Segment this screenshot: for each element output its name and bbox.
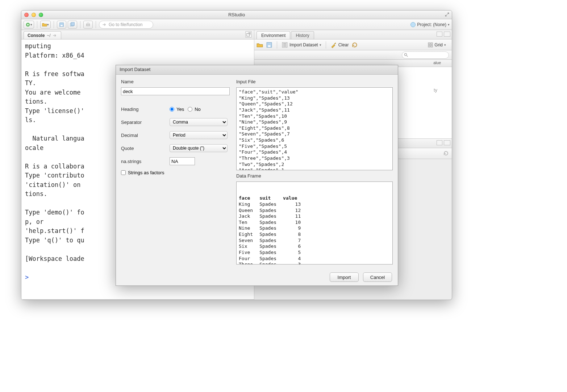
heading-label: Heading: [121, 107, 164, 112]
import-dataset-dialog: Import Dataset Name Heading Yes No Separ…: [116, 65, 398, 286]
open-file-button[interactable]: ▾: [40, 21, 51, 29]
pane-minimize-icon-2[interactable]: [437, 140, 442, 145]
goto-dir-icon[interactable]: [52, 33, 57, 38]
svg-rect-6: [87, 23, 89, 24]
svg-rect-12: [431, 43, 433, 45]
search-icon: [404, 53, 408, 57]
heading-yes-radio[interactable]: [170, 107, 174, 112]
import-button[interactable]: Import: [330, 272, 359, 282]
console-tab[interactable]: Console ~/: [24, 31, 61, 39]
refresh-icon[interactable]: [351, 42, 358, 48]
name-label: Name: [121, 79, 230, 84]
svg-rect-14: [431, 45, 433, 47]
save-workspace-icon[interactable]: [266, 42, 272, 48]
history-tab[interactable]: History: [291, 31, 314, 39]
decimal-select[interactable]: Period: [170, 131, 228, 139]
project-menu[interactable]: Project: (None): [417, 22, 446, 27]
pane-maximize-icon-2[interactable]: [444, 140, 450, 145]
data-frame-label: Data Frame: [236, 173, 393, 179]
name-input[interactable]: [121, 87, 230, 95]
goto-arrow-icon: [102, 22, 107, 27]
nastrings-label: na.strings: [121, 159, 164, 164]
cancel-button[interactable]: Cancel: [363, 272, 392, 282]
input-file-preview[interactable]: "face","suit","value" "King","Spades",13…: [236, 87, 393, 170]
svg-rect-9: [268, 45, 271, 47]
svg-rect-13: [428, 45, 430, 47]
project-icon: [410, 22, 416, 27]
import-icon: [282, 42, 288, 48]
grid-view-button[interactable]: Grid▾: [428, 42, 446, 47]
svg-rect-2: [61, 25, 62, 26]
data-frame-preview[interactable]: facesuitvalueKingSpades13QueenSpades12Ja…: [236, 182, 393, 264]
separator-label: Separator: [121, 120, 164, 125]
chevron-down-icon: ▾: [448, 23, 450, 26]
input-file-label: Input File: [236, 79, 393, 84]
console-working-dir: ~/: [47, 33, 50, 38]
pane-minimize-icon[interactable]: [437, 32, 442, 37]
main-toolbar: ▾ ▾ Go to file/function Project: (None) …: [21, 19, 452, 30]
go-to-file-input[interactable]: Go to file/function: [99, 21, 153, 29]
decimal-label: Decimal: [121, 133, 164, 138]
refresh-icon-2[interactable]: [443, 150, 449, 157]
broom-icon: [330, 42, 337, 48]
fullscreen-icon[interactable]: [445, 12, 450, 17]
new-file-button[interactable]: ▾: [24, 21, 34, 29]
app-window: RStudio ▾ ▾ Go to file/function Project:…: [21, 10, 452, 300]
environment-search-input[interactable]: [402, 51, 449, 59]
dialog-title: Import Dataset: [116, 65, 398, 75]
window-title: RStudio: [21, 12, 452, 17]
go-to-file-placeholder: Go to file/function: [109, 22, 142, 27]
print-button[interactable]: [83, 21, 93, 29]
strings-as-factors-label: Strings as factors: [128, 170, 164, 175]
svg-rect-4: [71, 22, 75, 25]
heading-no-radio[interactable]: [188, 107, 192, 112]
open-workspace-icon[interactable]: [257, 42, 263, 48]
svg-rect-11: [428, 43, 430, 45]
titlebar: RStudio: [21, 11, 452, 19]
import-dataset-button[interactable]: Import Dataset▾: [282, 42, 321, 48]
quote-label: Quote: [121, 146, 164, 151]
save-button[interactable]: [57, 21, 66, 29]
popout-icon[interactable]: [245, 31, 252, 38]
strings-as-factors-checkbox[interactable]: [121, 170, 126, 175]
clear-button[interactable]: Clear: [330, 42, 349, 48]
quote-select[interactable]: Double quote ("): [170, 144, 228, 152]
svg-point-15: [405, 53, 407, 55]
save-all-button[interactable]: [68, 21, 77, 29]
pane-maximize-icon[interactable]: [444, 32, 450, 37]
nastrings-input[interactable]: [170, 157, 195, 165]
grid-icon: [428, 42, 433, 47]
separator-select[interactable]: Comma: [170, 118, 228, 126]
environment-tab[interactable]: Environment: [257, 31, 290, 39]
